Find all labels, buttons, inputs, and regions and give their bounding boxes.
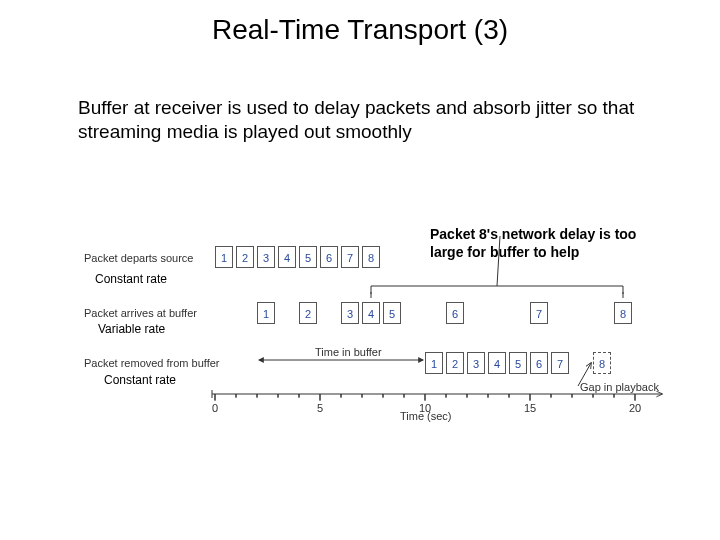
tick-10: 10 — [415, 402, 435, 414]
packet-departs-2: 2 — [236, 246, 254, 268]
row-label-departs: Packet departs source — [84, 252, 204, 264]
row-label-removed: Packet removed from buffer — [84, 357, 224, 369]
subtitle-text: Buffer at receiver is used to delay pack… — [78, 96, 650, 144]
packet-removed-8: 8 — [593, 352, 611, 374]
row-label-arrives: Packet arrives at buffer — [84, 307, 204, 319]
packet-departs-4: 4 — [278, 246, 296, 268]
packet-arrives-1: 1 — [257, 302, 275, 324]
tick-0: 0 — [205, 402, 225, 414]
packet-arrives-7: 7 — [530, 302, 548, 324]
packet-departs-5: 5 — [299, 246, 317, 268]
diagram-svg — [90, 234, 675, 434]
packet-removed-7: 7 — [551, 352, 569, 374]
packet-removed-3: 3 — [467, 352, 485, 374]
packet-removed-1: 1 — [425, 352, 443, 374]
packet-departs-7: 7 — [341, 246, 359, 268]
packet-departs-3: 3 — [257, 246, 275, 268]
tick-5: 5 — [310, 402, 330, 414]
packet-arrives-2: 2 — [299, 302, 317, 324]
packet-removed-5: 5 — [509, 352, 527, 374]
packet-departs-1: 1 — [215, 246, 233, 268]
packet-removed-2: 2 — [446, 352, 464, 374]
svg-line-48 — [497, 236, 500, 286]
tick-15: 15 — [520, 402, 540, 414]
tick-20: 20 — [625, 402, 645, 414]
packet-arrives-5: 5 — [383, 302, 401, 324]
packet-departs-6: 6 — [320, 246, 338, 268]
packet-arrives-6: 6 — [446, 302, 464, 324]
packet-removed-6: 6 — [530, 352, 548, 374]
packet-departs-8: 8 — [362, 246, 380, 268]
packet-arrives-4: 4 — [362, 302, 380, 324]
page-title: Real-Time Transport (3) — [0, 14, 720, 46]
packet-removed-4: 4 — [488, 352, 506, 374]
packet-arrives-8: 8 — [614, 302, 632, 324]
gap-label: Gap in playback — [580, 381, 659, 393]
time-in-buffer-label: Time in buffer — [315, 346, 382, 358]
packet-arrives-3: 3 — [341, 302, 359, 324]
timing-diagram: Packet departs source Packet arrives at … — [90, 234, 675, 434]
